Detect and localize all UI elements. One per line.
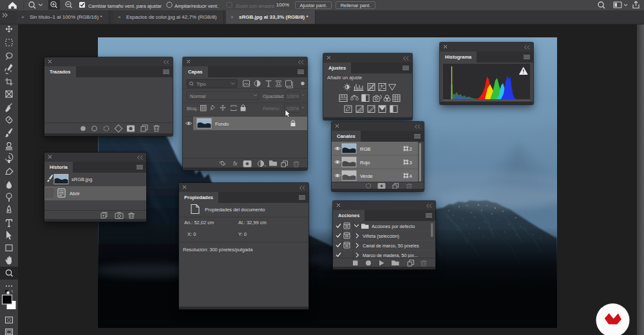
svg-text:Resolución: 300 píxeles/pulgad: Resolución: 300 píxeles/pulgada (183, 247, 253, 253)
svg-text:100%: 100% (287, 93, 299, 99)
svg-text:Bloq.:: Bloq.: (187, 106, 199, 111)
svg-text:Relleno:: Relleno: (263, 106, 281, 111)
svg-text:sRGB.jpg: sRGB.jpg (71, 177, 92, 182)
svg-text:An.: 52,02 cm: An.: 52,02 cm (184, 220, 214, 225)
svg-text:Verde: Verde (360, 173, 373, 179)
svg-text:3: 3 (410, 160, 412, 166)
svg-text:Rojo: Rojo (360, 160, 370, 166)
svg-text:Propiedades del documento: Propiedades del documento (205, 207, 265, 213)
svg-text:2: 2 (410, 146, 412, 152)
svg-text:4: 4 (410, 173, 412, 179)
svg-text:RGB: RGB (360, 146, 370, 152)
svg-text:Canal de marco, 50 píxeles: Canal de marco, 50 píxeles (363, 243, 419, 249)
svg-text:Abrir: Abrir (70, 191, 80, 196)
svg-text:Acciones por defecto: Acciones por defecto (372, 224, 415, 229)
svg-text:Tipo: Tipo (196, 81, 205, 87)
svg-text:Viñeta (selección): Viñeta (selección) (363, 233, 399, 239)
svg-text:Normal: Normal (190, 93, 206, 99)
svg-text:Opacidad:: Opacidad: (263, 93, 285, 99)
svg-text:X: 0: X: 0 (187, 231, 196, 237)
svg-text:Al.: 32,99 cm: Al.: 32,99 cm (238, 220, 267, 225)
svg-text:fx: fx (233, 160, 238, 167)
svg-text:Añadir un ajuste: Añadir un ajuste (327, 75, 362, 81)
svg-text:Fondo: Fondo (215, 121, 229, 127)
svg-text:Y: 0: Y: 0 (238, 231, 247, 237)
